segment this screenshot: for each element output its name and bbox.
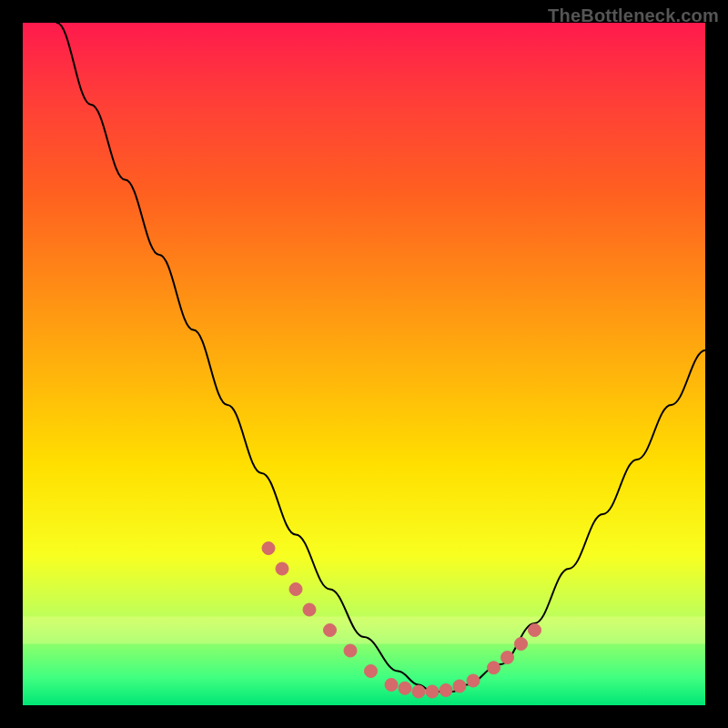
highlight-dot: [529, 624, 541, 637]
highlight-dot: [440, 684, 452, 697]
highlight-dot: [488, 662, 500, 674]
chart-frame: TheBottleneck.com: [0, 0, 728, 728]
highlight-dot: [344, 644, 357, 657]
highlight-dot: [303, 603, 316, 616]
plot-svg: [23, 23, 705, 705]
bottleneck-curve: [57, 23, 706, 692]
highlight-dot: [289, 583, 302, 596]
highlight-dot: [467, 674, 480, 687]
haze-band: [23, 617, 705, 644]
highlight-dot: [453, 680, 466, 693]
highlight-dot: [276, 562, 288, 575]
highlight-dot: [365, 665, 378, 678]
highlight-dot: [412, 685, 425, 698]
highlight-dot: [262, 542, 275, 555]
highlight-dot: [385, 679, 398, 692]
highlight-dot: [426, 685, 439, 698]
highlight-dot: [515, 638, 528, 651]
highlight-dot: [399, 682, 411, 694]
highlight-dot: [501, 652, 514, 664]
plot-area: [23, 23, 705, 705]
highlight-dot: [324, 624, 337, 637]
